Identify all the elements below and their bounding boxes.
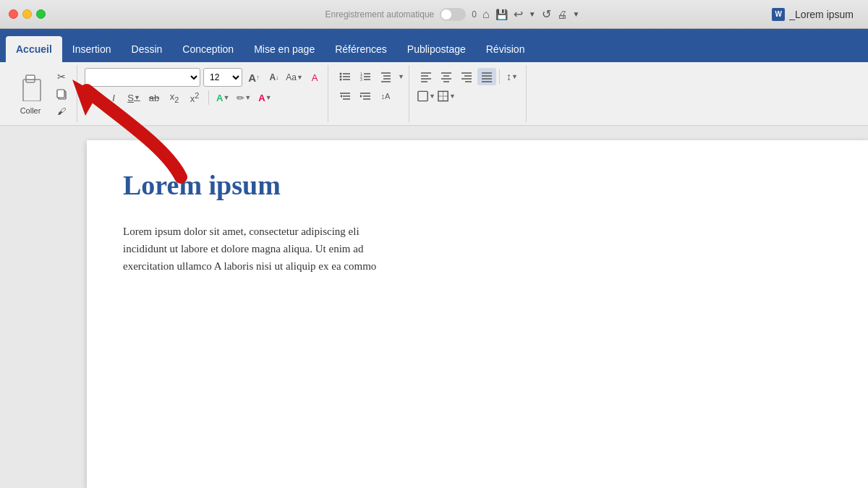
borders-icon (437, 90, 449, 103)
ribbon-toolbar: Coller ✂ 🖌 12 (0, 62, 868, 126)
copy-button[interactable] (52, 86, 71, 102)
lists-row2: ↕A (336, 87, 404, 105)
autosave-value: 0 (472, 9, 477, 20)
sidebar-left (0, 126, 87, 488)
document-body: Lorem ipsum dolor sit amet, consectetur … (123, 223, 832, 275)
close-button[interactable] (9, 9, 18, 19)
svg-rect-45 (418, 91, 427, 100)
tab-conception[interactable]: Conception (172, 36, 244, 62)
word-icon: W (772, 8, 785, 21)
font-row2: B I S ▼ ab x2 x2 A ▼ ✏ (85, 89, 323, 106)
minimize-button[interactable] (22, 9, 32, 19)
font-row1: 12 A↑ A↓ Aa ▼ A (85, 68, 323, 87)
align-left-icon (420, 70, 433, 83)
tab-dessin[interactable]: Dessin (122, 36, 173, 62)
multilevel-list-button[interactable] (376, 68, 395, 85)
number-list-icon: 123 (359, 70, 372, 83)
subscript-icon: x2 (170, 91, 179, 104)
align-right-button[interactable] (457, 68, 476, 85)
autosave-toggle[interactable] (440, 8, 466, 21)
number-list-button[interactable]: 123 (356, 68, 375, 85)
tab-references[interactable]: Références (325, 36, 397, 62)
svg-rect-4 (57, 90, 64, 98)
indent-increase-button[interactable] (356, 87, 375, 105)
highlight-button[interactable]: ✏ ▼ (234, 89, 253, 106)
separator (208, 90, 209, 105)
more-icon[interactable]: ▼ (573, 10, 580, 18)
align-left-button[interactable] (417, 68, 435, 85)
font-color-button[interactable]: A ▼ (214, 89, 231, 106)
svg-point-9 (340, 76, 342, 78)
document-heading: Lorem ipsum (123, 169, 832, 201)
justify-icon (480, 70, 493, 83)
tab-mise-en-page[interactable]: Mise en page (244, 36, 325, 62)
print-icon[interactable]: 🖨 (557, 9, 567, 20)
align-center-button[interactable] (437, 68, 456, 85)
change-case-button[interactable]: Aa ▼ (286, 69, 303, 86)
lists-group: 123 ▼ ↕A (331, 65, 409, 122)
justify-button[interactable] (477, 68, 496, 85)
increase-font-button[interactable]: A↑ (245, 69, 263, 86)
tab-revision[interactable]: Révision (476, 36, 535, 62)
shading-icon (417, 90, 429, 103)
lists-row1: 123 ▼ (336, 68, 404, 85)
font-name-select[interactable] (85, 68, 200, 87)
text-color-icon: A (258, 93, 265, 103)
clear-format-button[interactable]: A (306, 69, 323, 86)
undo-icon[interactable]: ↩ (514, 7, 523, 21)
tab-accueil[interactable]: Accueil (6, 36, 62, 62)
indent-increase-icon (359, 90, 372, 103)
svg-point-8 (340, 73, 342, 75)
text-color-button[interactable]: A ▼ (256, 89, 273, 106)
indent-decrease-icon (339, 90, 352, 103)
line-spacing-button[interactable]: ↕ ▼ (503, 68, 522, 85)
shading-button[interactable]: ▼ (417, 87, 435, 105)
align-row2: ▼ ▼ (417, 87, 522, 105)
borders-button[interactable]: ▼ (437, 87, 456, 105)
svg-marker-28 (360, 95, 362, 98)
superscript-button[interactable]: x2 (186, 89, 203, 106)
save-icon[interactable]: 💾 (495, 9, 508, 20)
font-group: 12 A↑ A↓ Aa ▼ A B I S (80, 65, 328, 122)
titlebar-title: W _Lorem ipsum (772, 8, 854, 21)
document-page[interactable]: Lorem ipsum Lorem ipsum dolor sit amet, … (87, 140, 868, 488)
document-title: _Lorem ipsum (789, 9, 854, 20)
tab-publipostage[interactable]: Publipostage (397, 36, 476, 62)
italic-icon: I (112, 93, 115, 103)
ribbon-tabs: Accueil Insertion Dessin Conception Mise… (0, 29, 868, 62)
sort-button[interactable]: ↕A (376, 87, 395, 105)
indent-decrease-button[interactable] (336, 87, 354, 105)
paste-button[interactable]: Coller (12, 67, 49, 121)
clipboard-secondary: ✂ 🖌 (52, 67, 71, 121)
tab-insertion[interactable]: Insertion (62, 36, 122, 62)
separator2 (499, 69, 500, 84)
change-case-icon: Aa (286, 72, 297, 82)
align-row1: ↕ ▼ (417, 68, 522, 85)
bullet-list-button[interactable] (336, 68, 354, 85)
font-size-select[interactable]: 12 (203, 68, 242, 87)
paste-icon (17, 72, 43, 105)
align-center-icon (440, 70, 453, 83)
font-color-icon: A (216, 93, 223, 103)
traffic-lights (9, 9, 46, 19)
underline-button[interactable]: S ▼ (125, 89, 142, 106)
subscript-button[interactable]: x2 (166, 89, 183, 106)
titlebar: Enregistrement automatique 0 ⌂ 💾 ↩ ▼ ↺ 🖨… (0, 0, 868, 29)
maximize-button[interactable] (36, 9, 46, 19)
strikethrough-button[interactable]: ab (145, 89, 163, 106)
decrease-font-icon: A (269, 72, 276, 82)
cut-icon: ✂ (57, 71, 66, 82)
format-painter-button[interactable]: 🖌 (52, 103, 71, 119)
titlebar-center: Enregistrement automatique 0 ⌂ 💾 ↩ ▼ ↺ 🖨… (46, 7, 859, 21)
clipboard-group: Coller ✂ 🖌 (6, 65, 77, 122)
italic-button[interactable]: I (105, 89, 122, 106)
decrease-font-button[interactable]: A↓ (265, 69, 283, 86)
svg-marker-24 (340, 95, 342, 98)
redo-icon[interactable]: ↺ (542, 7, 551, 21)
home-icon[interactable]: ⌂ (482, 8, 490, 21)
undo-dropdown-icon[interactable]: ▼ (529, 10, 536, 18)
bold-button[interactable]: B (85, 89, 102, 106)
underline-icon: S (127, 93, 134, 103)
paste-label: Coller (20, 106, 41, 115)
cut-button[interactable]: ✂ (52, 69, 71, 85)
